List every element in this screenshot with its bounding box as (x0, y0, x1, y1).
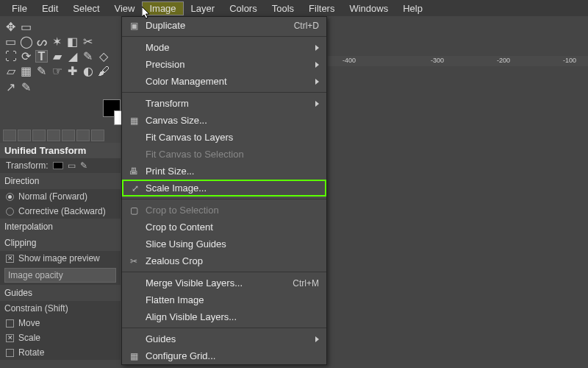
fuzzy-select-tool-icon[interactable]: ✶ (51, 35, 63, 48)
smudge-tool-icon[interactable]: ☞ (51, 65, 63, 77)
menu-separator (122, 199, 326, 199)
dock-tab[interactable] (18, 130, 31, 141)
dock-tab[interactable] (62, 130, 75, 141)
crop-tool-icon[interactable]: ⛶ (4, 50, 17, 63)
menu-item-merge-visible[interactable]: Merge Visible Layers...Ctrl+M (122, 275, 326, 291)
menu-separator (122, 92, 326, 93)
menu-view[interactable]: View (107, 1, 143, 15)
show-preview-option[interactable]: Show image preview (0, 251, 121, 266)
dock-tab[interactable] (91, 130, 104, 141)
menu-edit[interactable]: Edit (35, 1, 65, 15)
option-label: Show image preview (18, 253, 100, 263)
layer-target-icon[interactable] (53, 162, 63, 169)
constrain-option[interactable]: Move (0, 316, 121, 330)
menu-item-guides[interactable]: Guides (122, 330, 326, 347)
menu-item-label: Flatten Image (146, 294, 204, 305)
radio-icon (6, 193, 14, 201)
menu-item-scale-image[interactable]: ⤢Scale Image... (122, 180, 326, 197)
menu-separator (122, 36, 326, 37)
ellipse-select-tool-icon[interactable]: ◯ (20, 35, 32, 48)
menu-item-label: Color Management (146, 76, 227, 87)
menu-item-slice-guides[interactable]: Slice Using Guides (122, 236, 326, 252)
clone-tool-icon[interactable]: ▦ (20, 65, 32, 77)
direction-heading: Direction (0, 173, 121, 189)
menu-item-label: Print Size... (146, 166, 194, 177)
heal-tool-icon[interactable]: ✚ (66, 65, 79, 77)
menu-item-label: Slice Using Guides (146, 238, 226, 250)
menu-help[interactable]: Help (395, 1, 430, 15)
menu-item-crop-to-content[interactable]: Crop to Content (122, 219, 326, 236)
guides-heading[interactable]: Guides (0, 285, 121, 301)
dodge-tool-icon[interactable]: ◐ (82, 65, 94, 77)
dock-tab[interactable] (47, 130, 60, 141)
pencil-tool-icon[interactable]: ✎ (82, 50, 94, 63)
selection-target-icon[interactable]: ▭ (68, 160, 76, 171)
menu-item-transform[interactable]: Transform (122, 95, 326, 112)
path-target-icon[interactable]: ✎ (80, 160, 87, 171)
menu-item-label: Merge Visible Layers... (146, 277, 243, 289)
dock-tab[interactable] (3, 130, 16, 141)
tool-options-panel: Unified Transform Transform: ▭ ✎ Directi… (0, 143, 121, 360)
gradient-tool-icon[interactable]: ◢ (66, 50, 79, 63)
checkbox-icon (6, 334, 14, 342)
menu-file[interactable]: File (4, 1, 35, 15)
option-label: Scale (18, 333, 40, 343)
brush-tool-icon[interactable]: ✎ (35, 65, 48, 77)
menu-item-canvas-size[interactable]: ▦Canvas Size... (122, 112, 326, 129)
eraser-tool-icon[interactable]: ▱ (4, 65, 17, 77)
menu-item-label: Transform (146, 98, 189, 109)
scale-icon: ⤢ (129, 183, 141, 194)
horizontal-ruler: -400 -300 -200 -100 (328, 56, 588, 66)
menu-select[interactable]: Select (65, 1, 107, 15)
dock-tab[interactable] (32, 130, 46, 141)
constrain-heading: Constrain (Shift) (0, 301, 121, 316)
direction-option[interactable]: Corrective (Backward) (0, 204, 121, 219)
direction-option[interactable]: Normal (Forward) (0, 189, 121, 204)
option-label: Move (18, 318, 40, 328)
rect-select-tool-icon[interactable]: ▭ (4, 35, 17, 48)
rotate-tool-icon[interactable]: ⟳ (20, 50, 32, 63)
text-tool-icon[interactable]: T (35, 50, 48, 63)
constrain-option[interactable]: Scale (0, 330, 121, 345)
menu-item-align-visible[interactable]: Align Visible Layers... (122, 308, 326, 325)
print-icon: 🖶 (128, 166, 140, 177)
menubar: File Edit Select View Image Layer Colors… (0, 0, 588, 16)
menu-item-precision[interactable]: Precision (122, 56, 326, 73)
menu-item-print-size[interactable]: 🖶Print Size... (122, 163, 326, 180)
clipping-heading[interactable]: Clipping (0, 235, 121, 251)
ruler-tick-label: -300 (431, 57, 444, 64)
bucket-tool-icon[interactable]: ▰ (51, 50, 63, 63)
menu-filters[interactable]: Filters (301, 1, 342, 15)
menu-layer[interactable]: Layer (184, 1, 223, 15)
menu-item-duplicate[interactable]: ▣DuplicateCtrl+D (122, 17, 326, 34)
move-tool-icon[interactable]: ✥ (4, 21, 17, 33)
paintbrush-icon[interactable]: 🖌 (97, 65, 110, 77)
grid-icon: ▦ (128, 351, 140, 361)
align-tool-icon[interactable]: ▭ (20, 21, 32, 33)
menu-item-fit-canvas-layers[interactable]: Fit Canvas to Layers (122, 129, 326, 146)
accelerator: Ctrl+D (294, 21, 319, 31)
menu-item-zealous-crop[interactable]: ✂Zealous Crop (122, 252, 326, 269)
canvas-area[interactable] (328, 66, 588, 368)
menu-item-color-management[interactable]: Color Management (122, 73, 326, 90)
constrain-option[interactable]: Rotate (0, 345, 121, 360)
ruler-tick-label: -100 (563, 57, 576, 64)
scissors-tool-icon[interactable]: ✂ (82, 35, 94, 48)
menu-item-mode[interactable]: Mode (122, 39, 326, 56)
dock-tab[interactable] (76, 130, 90, 141)
menu-windows[interactable]: Windows (342, 1, 395, 15)
path-tool-icon[interactable]: ↗ (4, 81, 17, 93)
interpolation-heading[interactable]: Interpolation (0, 219, 121, 235)
ruler-tick-label: -200 (497, 57, 510, 64)
cage-tool-icon[interactable]: ◇ (97, 50, 110, 63)
lasso-tool-icon[interactable]: ᔕ (35, 35, 48, 48)
color-picker-tool-icon[interactable]: ✎ (20, 81, 32, 93)
select-by-color-tool-icon[interactable]: ◧ (66, 35, 79, 48)
menu-colors[interactable]: Colors (222, 1, 265, 15)
menu-tools[interactable]: Tools (265, 1, 301, 15)
transform-target-row: Transform: ▭ ✎ (0, 158, 121, 173)
image-opacity-field[interactable]: Image opacity (4, 268, 116, 283)
menu-item-flatten[interactable]: Flatten Image (122, 291, 326, 308)
menu-item-configure-grid[interactable]: ▦Configure Grid... (122, 347, 326, 364)
menu-image[interactable]: Image (142, 1, 183, 15)
